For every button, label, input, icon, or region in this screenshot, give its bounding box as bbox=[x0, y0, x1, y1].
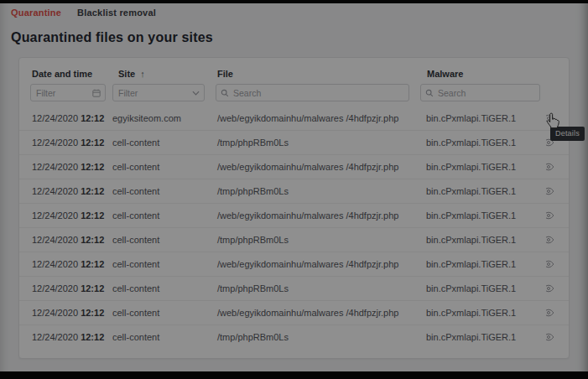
cell-date: 12/24/2020 12:12 bbox=[30, 308, 112, 318]
cell-actions bbox=[546, 209, 557, 222]
time-text: 12:12 bbox=[81, 113, 104, 123]
cell-site: cell-content bbox=[112, 186, 216, 196]
details-eye-icon[interactable] bbox=[546, 209, 554, 222]
cell-malware: bin.cPxmlapi.TiGER.1 bbox=[420, 259, 546, 269]
malware-search bbox=[420, 84, 540, 101]
table-row: 12/24/2020 12:12 cell-content /web/egyik… bbox=[19, 203, 569, 227]
date-text: 12/24/2020 bbox=[32, 332, 78, 342]
cell-malware: bin.cPxmlapi.TiGER.1 bbox=[420, 332, 546, 342]
table-filter-row bbox=[19, 84, 569, 101]
table-row: 12/24/2020 12:12 cell-content /web/egyik… bbox=[19, 252, 569, 276]
tab-quarantine[interactable]: Quarantine bbox=[11, 8, 61, 18]
cell-actions bbox=[546, 330, 557, 344]
tab-blacklist-removal[interactable]: Blacklist removal bbox=[77, 8, 156, 18]
date-text: 12/24/2020 bbox=[32, 283, 78, 293]
cell-file: /web/egyikdomainhu/malwares /4hdfpzjr.ph… bbox=[216, 162, 420, 172]
time-text: 12:12 bbox=[81, 332, 104, 342]
table-row: 12/24/2020 12:12 cell-content /tmp/phpRB… bbox=[19, 276, 569, 300]
time-text: 12:12 bbox=[81, 138, 104, 148]
cell-malware: bin.cPxmlapi.TiGER.1 bbox=[420, 283, 546, 293]
cell-date: 12/24/2020 12:12 bbox=[30, 162, 112, 172]
table-row: 12/24/2020 12:12 cell-content /tmp/phpRB… bbox=[19, 324, 569, 349]
site-filter bbox=[112, 84, 205, 101]
top-black-strip bbox=[0, 0, 588, 3]
cell-date: 12/24/2020 12:12 bbox=[30, 210, 112, 221]
time-text: 12:12 bbox=[81, 162, 104, 172]
cell-site: cell-content bbox=[112, 210, 216, 221]
column-header-site[interactable]: Site↑ bbox=[112, 69, 216, 79]
date-text: 12/24/2020 bbox=[32, 162, 78, 172]
date-filter bbox=[30, 84, 106, 101]
bottom-black-strip bbox=[0, 371, 588, 379]
cell-site: cell-content bbox=[112, 332, 216, 342]
column-header-site-label: Site bbox=[118, 69, 135, 79]
column-header-file[interactable]: File bbox=[216, 69, 420, 79]
table-row: 12/24/2020 12:12 cell-content /tmp/phpRB… bbox=[19, 227, 569, 252]
cell-file: /web/egyikdomainhu/malwares /4hdfpzjr.ph… bbox=[216, 308, 420, 318]
cell-date: 12/24/2020 12:12 bbox=[30, 283, 112, 293]
cell-actions bbox=[546, 282, 557, 295]
table-row: 12/24/2020 12:12 egyiksiteom.com /web/eg… bbox=[19, 106, 569, 130]
date-text: 12/24/2020 bbox=[32, 186, 78, 196]
table-header-row: Date and time Site↑ File Malware bbox=[19, 58, 569, 79]
cell-site: cell-content bbox=[112, 308, 216, 318]
malware-search-input[interactable] bbox=[420, 84, 540, 101]
mouse-cursor-hand-icon bbox=[546, 112, 560, 129]
details-eye-icon[interactable] bbox=[546, 257, 554, 271]
table-row: 12/24/2020 12:12 cell-content /tmp/phpRB… bbox=[19, 130, 569, 154]
cell-date: 12/24/2020 12:12 bbox=[30, 113, 112, 123]
time-text: 12:12 bbox=[81, 308, 104, 318]
details-eye-icon[interactable] bbox=[546, 184, 554, 198]
cell-malware: bin.cPxmlapi.TiGER.1 bbox=[420, 210, 546, 221]
cell-malware: bin.cPxmlapi.TiGER.1 bbox=[420, 235, 546, 245]
cell-file: /web/egyikdomainhu/malwares /4hdfpzjr.ph… bbox=[216, 259, 420, 269]
cell-malware: bin.cPxmlapi.TiGER.1 bbox=[420, 162, 546, 172]
site-filter-select[interactable] bbox=[112, 84, 205, 101]
cell-site: cell-content bbox=[112, 162, 216, 172]
cell-site: egyiksiteom.com bbox=[112, 113, 216, 123]
file-search bbox=[216, 84, 409, 101]
tab-bar: Quarantine Blacklist removal bbox=[11, 8, 156, 18]
cell-actions bbox=[546, 306, 557, 319]
quarantine-table-card: Date and time Site↑ File Malware bbox=[18, 57, 570, 359]
cell-malware: bin.cPxmlapi.TiGER.1 bbox=[420, 308, 546, 318]
cell-file: /tmp/phpRBm0Ls bbox=[216, 235, 420, 245]
sort-asc-icon: ↑ bbox=[140, 69, 145, 79]
date-text: 12/24/2020 bbox=[32, 259, 78, 269]
cell-date: 12/24/2020 12:12 bbox=[30, 259, 112, 269]
app-viewport: Quarantine Blacklist removal Quarantined… bbox=[0, 0, 588, 379]
file-search-input[interactable] bbox=[216, 84, 409, 101]
details-eye-icon[interactable] bbox=[546, 282, 554, 295]
details-eye-icon[interactable] bbox=[546, 330, 554, 344]
cell-date: 12/24/2020 12:12 bbox=[30, 138, 112, 148]
cell-site: cell-content bbox=[112, 259, 216, 269]
time-text: 12:12 bbox=[81, 259, 104, 269]
details-eye-icon[interactable] bbox=[546, 233, 554, 247]
column-header-date[interactable]: Date and time bbox=[30, 69, 112, 79]
cell-file: /tmp/phpRBm0Ls bbox=[216, 186, 420, 196]
cell-file: /web/egyikdomainhu/malwares /4hdfpzjr.ph… bbox=[216, 113, 420, 123]
cell-malware: bin.cPxmlapi.TiGER.1 bbox=[420, 186, 546, 196]
date-text: 12/24/2020 bbox=[32, 308, 78, 318]
table-row: 12/24/2020 12:12 cell-content /web/egyik… bbox=[19, 154, 569, 179]
cell-date: 12/24/2020 12:12 bbox=[30, 332, 112, 342]
cell-site: cell-content bbox=[112, 138, 216, 148]
cell-malware: bin.cPxmlapi.TiGER.1 bbox=[420, 138, 546, 148]
details-eye-icon[interactable] bbox=[546, 160, 554, 174]
time-text: 12:12 bbox=[81, 283, 104, 293]
column-header-malware[interactable]: Malware bbox=[420, 69, 546, 79]
date-text: 12/24/2020 bbox=[32, 210, 78, 221]
date-filter-input[interactable] bbox=[30, 84, 106, 101]
cell-actions bbox=[546, 233, 557, 247]
time-text: 12:12 bbox=[81, 210, 104, 221]
cell-actions bbox=[546, 257, 557, 271]
page-title: Quarantined files on your sites bbox=[11, 30, 213, 45]
table-body: 12/24/2020 12:12 egyiksiteom.com /web/eg… bbox=[19, 106, 569, 349]
cell-date: 12/24/2020 12:12 bbox=[30, 235, 112, 245]
date-text: 12/24/2020 bbox=[32, 113, 78, 123]
date-text: 12/24/2020 bbox=[32, 235, 78, 245]
time-text: 12:12 bbox=[81, 235, 104, 245]
table-row: 12/24/2020 12:12 cell-content /web/egyik… bbox=[19, 300, 569, 324]
details-eye-icon[interactable] bbox=[546, 306, 554, 319]
cell-site: cell-content bbox=[112, 283, 216, 293]
